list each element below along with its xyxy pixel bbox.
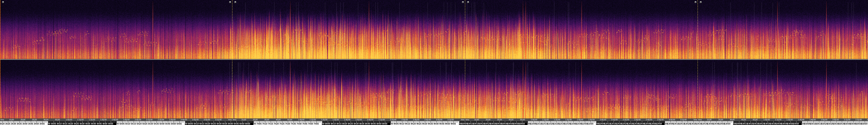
spectrogram-view: Hz (log500030002000100070050030020010070… [0,0,868,125]
channel-separator [0,59,868,60]
file-boundary-line [465,0,465,118]
cue-marker-handle[interactable] [235,1,236,3]
cue-marker-handle[interactable] [700,1,702,3]
timeline-ruler-canvas[interactable] [0,118,868,125]
file-boundary-line [232,0,232,118]
cue-marker-handle[interactable] [467,1,469,3]
cue-marker-handle[interactable] [462,1,464,3]
cue-marker-handle[interactable] [2,1,4,3]
file-boundary-line [698,0,698,118]
view-start-boundary-line [0,0,0,118]
cue-marker-handle[interactable] [229,1,231,3]
cue-marker-handle[interactable] [694,1,696,3]
